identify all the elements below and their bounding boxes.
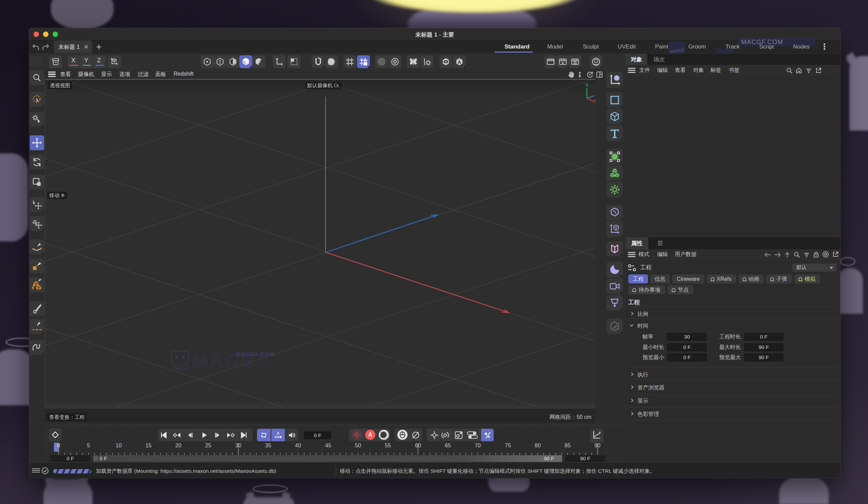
svg-text:MACGF: MACGF <box>175 366 190 370</box>
